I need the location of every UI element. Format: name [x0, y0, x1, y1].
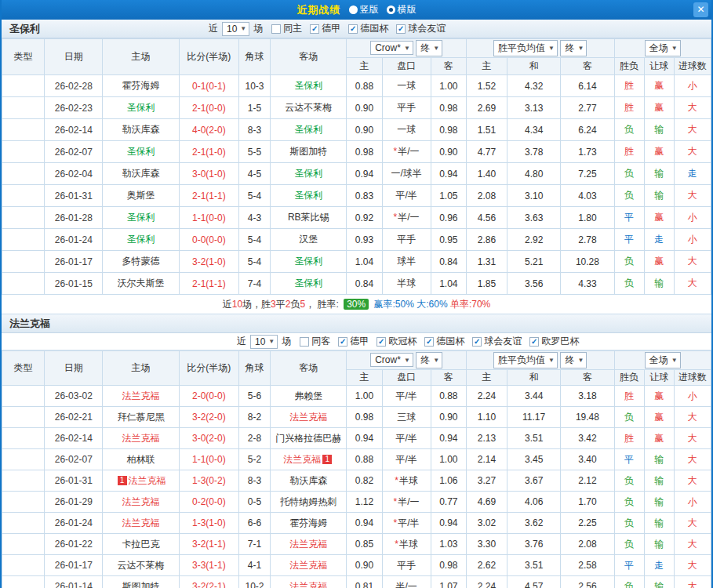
team-link[interactable]: 圣保利: [294, 168, 322, 179]
filter-checkbox[interactable]: 同客: [300, 335, 330, 348]
team-link[interactable]: 卡拉巴克: [122, 539, 160, 550]
team-link[interactable]: RB莱比锡: [288, 212, 329, 223]
team-link[interactable]: 拜仁慕尼黑: [118, 412, 165, 423]
home-team[interactable]: 勒沃库森: [103, 119, 179, 141]
radio-icon[interactable]: [349, 5, 358, 14]
filter-checkbox[interactable]: ✓球会友谊: [472, 335, 522, 348]
close-icon[interactable]: ✕: [693, 2, 708, 17]
checkbox-icon[interactable]: ✓: [396, 24, 406, 34]
avg-period-select[interactable]: 终▼: [560, 352, 587, 368]
team-link[interactable]: 法兰克福: [283, 454, 321, 465]
team-link[interactable]: 圣保利: [294, 190, 322, 201]
away-team[interactable]: 弗赖堡: [271, 386, 347, 407]
away-team[interactable]: 圣保利: [271, 185, 347, 207]
away-team[interactable]: 法兰克福: [271, 576, 347, 588]
avg-odds-select[interactable]: 胜平负均值▼: [493, 352, 558, 368]
away-team[interactable]: 法兰克福: [271, 407, 347, 428]
scope-select[interactable]: 全场▼: [645, 40, 681, 56]
home-team[interactable]: 奥斯堡: [103, 185, 179, 207]
away-team[interactable]: 圣保利: [271, 163, 347, 185]
home-team[interactable]: 拜仁慕尼黑: [103, 407, 179, 428]
home-team[interactable]: 法兰克福: [103, 492, 179, 513]
away-team[interactable]: 圣保利: [271, 75, 347, 97]
home-team[interactable]: 法兰克福: [103, 386, 179, 407]
home-team[interactable]: 卡拉巴克: [103, 534, 179, 555]
home-team[interactable]: 沃尔夫斯堡: [103, 273, 179, 295]
team-link[interactable]: 法兰克福: [289, 560, 327, 571]
team-link[interactable]: 斯图加特: [122, 581, 160, 588]
team-link[interactable]: 托特纳姆热刺: [280, 496, 336, 507]
team-link[interactable]: 弗赖堡: [294, 390, 322, 401]
home-team[interactable]: 圣保利: [103, 97, 179, 119]
odds-company-select[interactable]: Crow*▼: [370, 41, 413, 55]
home-team[interactable]: 多特蒙德: [103, 251, 179, 273]
away-team[interactable]: 霍芬海姆: [271, 513, 347, 534]
home-team[interactable]: 圣保利: [103, 229, 179, 251]
filter-checkbox[interactable]: ✓德国杯: [348, 22, 388, 35]
team-link[interactable]: 圣保利: [294, 80, 322, 91]
team-link[interactable]: 多特蒙德: [122, 256, 160, 267]
team-link[interactable]: 法兰克福: [289, 581, 327, 588]
team-link[interactable]: 勒沃库森: [122, 124, 160, 135]
checkbox-icon[interactable]: ✓: [529, 337, 539, 347]
team-link[interactable]: 圣保利: [127, 102, 155, 113]
radio-horizontal-layout[interactable]: 横版: [387, 3, 417, 16]
filter-checkbox[interactable]: 同主: [271, 22, 302, 35]
team-link[interactable]: 圣保利: [294, 256, 322, 267]
team-link[interactable]: 圣保利: [294, 278, 322, 289]
team-link[interactable]: 柏林联: [127, 454, 155, 465]
radio-selected-icon[interactable]: [387, 5, 395, 14]
home-team[interactable]: 柏林联: [103, 449, 179, 470]
filter-checkbox[interactable]: ✓球会友谊: [396, 22, 446, 35]
team-link[interactable]: 勒沃库森: [122, 168, 160, 179]
checkbox-icon[interactable]: ✓: [348, 24, 358, 34]
team-link[interactable]: 奥斯堡: [127, 190, 155, 201]
home-team[interactable]: 法兰克福: [103, 428, 179, 449]
checkbox-icon[interactable]: ✓: [424, 337, 434, 347]
team-link[interactable]: 法兰克福: [289, 539, 327, 550]
away-team[interactable]: 圣保利: [271, 273, 347, 295]
away-team[interactable]: 圣保利: [271, 251, 347, 273]
filter-checkbox[interactable]: ✓德甲: [310, 22, 340, 35]
match-count-select[interactable]: 10▼: [222, 22, 249, 36]
team-link[interactable]: 法兰克福: [122, 496, 160, 507]
team-link[interactable]: 圣保利: [127, 212, 155, 223]
avg-period-select[interactable]: 终▼: [560, 40, 587, 56]
home-team[interactable]: 霍芬海姆: [103, 75, 179, 97]
away-team[interactable]: 法兰克福: [271, 534, 347, 555]
team-link[interactable]: 沃尔夫斯堡: [118, 278, 165, 289]
odds-period-select[interactable]: 终▼: [416, 352, 442, 368]
away-team[interactable]: 圣保利: [271, 119, 347, 141]
team-link[interactable]: 圣保利: [294, 124, 322, 135]
odds-company-select[interactable]: Crow*▼: [370, 353, 413, 367]
scope-select[interactable]: 全场▼: [645, 352, 681, 368]
filter-checkbox[interactable]: ✓德国杯: [424, 335, 464, 348]
checkbox-icon[interactable]: ✓: [338, 337, 347, 347]
team-link[interactable]: 霍芬海姆: [289, 517, 327, 528]
home-team[interactable]: 1法兰克福: [103, 470, 179, 492]
team-link[interactable]: 圣保利: [127, 146, 155, 157]
team-link[interactable]: 斯图加特: [289, 146, 327, 157]
radio-vertical-layout[interactable]: 竖版: [349, 3, 379, 16]
home-team[interactable]: 圣保利: [103, 141, 179, 163]
away-team[interactable]: 勒沃库森: [271, 470, 347, 492]
away-team[interactable]: 门兴格拉德巴赫: [271, 428, 347, 449]
home-team[interactable]: 圣保利: [103, 207, 179, 229]
away-team[interactable]: 云达不莱梅: [271, 97, 347, 119]
filter-checkbox[interactable]: ✓欧冠杯: [377, 335, 417, 348]
checkbox-icon[interactable]: ✓: [472, 337, 482, 347]
team-link[interactable]: 霍芬海姆: [122, 80, 160, 91]
team-link[interactable]: 门兴格拉德巴赫: [275, 433, 341, 444]
team-link[interactable]: 法兰克福: [122, 433, 160, 444]
team-link[interactable]: 法兰克福: [289, 412, 327, 423]
checkbox-icon[interactable]: [300, 337, 309, 347]
team-link[interactable]: 勒沃库森: [289, 475, 327, 486]
away-team[interactable]: 斯图加特: [271, 141, 347, 163]
away-team[interactable]: 法兰克福1: [271, 449, 347, 470]
checkbox-icon[interactable]: ✓: [377, 337, 386, 347]
team-link[interactable]: 云达不莱梅: [118, 560, 165, 571]
odds-period-select[interactable]: 终▼: [416, 40, 442, 56]
away-team[interactable]: 法兰克福: [271, 555, 347, 576]
team-link[interactable]: 法兰克福: [122, 390, 160, 401]
away-team[interactable]: RB莱比锡: [271, 207, 347, 229]
